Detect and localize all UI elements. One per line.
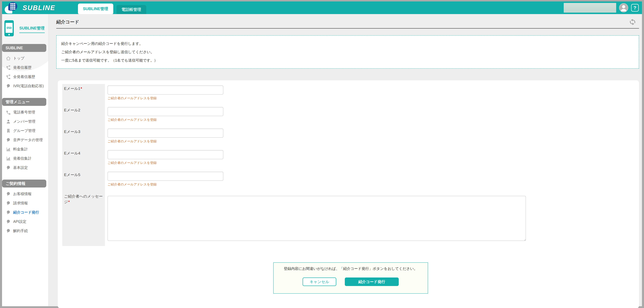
speech-bubble-icon xyxy=(6,219,11,224)
app: SUBLINE SUBLINE管理 電話帳管理 ? xyxy=(2,2,642,306)
sidebar-item-ryokin-shukei[interactable]: 料金集計 xyxy=(2,145,48,154)
speech-bubble-keypad-icon xyxy=(8,2,17,11)
email-row-2: Eメール2 ご紹介者のメールアドレスを登録 xyxy=(62,106,639,127)
sidebar-item-top[interactable]: トップ xyxy=(2,54,48,63)
page-title: 紹介コード xyxy=(56,19,79,25)
sidebar-item-shokai-code-hakko[interactable]: 紹介コード発行 xyxy=(2,208,48,217)
person-icon xyxy=(620,4,628,12)
sidebar-app-header: 050 SUBLINE管理 xyxy=(2,14,48,44)
bar-chart-icon xyxy=(6,156,11,161)
tab-denwacho-kanri[interactable]: 電話帳管理 xyxy=(116,5,146,14)
phone-history-icon xyxy=(6,74,11,79)
sidebar-item-all-call-history[interactable]: 全発着信履歴 xyxy=(2,72,48,81)
top-header-bar: SUBLINE SUBLINE管理 電話帳管理 ? xyxy=(2,2,642,14)
header-right-area: ? xyxy=(564,3,639,13)
email-row-4: Eメール4 ご紹介者のメールアドレスを登録 xyxy=(62,149,639,170)
sidebar-item-hatchakushin-shukei[interactable]: 発着信集計 xyxy=(2,154,48,163)
form-panel: Eメール1* ご紹介者のメールアドレスを登録 Eメール2 xyxy=(58,80,639,308)
field-hint: ご紹介者のメールアドレスを登録 xyxy=(108,96,223,100)
sidebar-item-member-kanri[interactable]: メンバー管理 xyxy=(2,117,48,126)
issue-referral-code-button[interactable]: 紹介コード発行 xyxy=(345,277,399,286)
sidebar-item-call-history[interactable]: 発着信履歴 xyxy=(2,63,48,72)
speech-bubble-icon xyxy=(6,210,11,215)
info-line: ご紹介者のメールアドレスを登録し送信してください。 xyxy=(61,48,634,56)
field-hint: ご紹介者のメールアドレスを登録 xyxy=(108,161,223,165)
field-label: Eメール2 xyxy=(62,106,105,127)
main-content: 紹介コード 紹介キャンペーン用の紹介コードを発行します。 ご紹介者のメールアドレ… xyxy=(49,14,642,306)
phone-050-label: 050 xyxy=(6,23,12,33)
bar-chart-icon xyxy=(6,147,11,152)
required-mark: * xyxy=(80,86,82,91)
field-label: Eメール4 xyxy=(62,149,105,170)
email-input-1[interactable] xyxy=(108,86,223,95)
sidebar-item-phone-number-kanri[interactable]: 電話番号管理 xyxy=(2,108,48,117)
phone-050-icon: 050 xyxy=(4,20,14,36)
required-mark: * xyxy=(68,200,70,204)
email-row-5: Eメール5 ご紹介者のメールアドレスを登録 xyxy=(62,170,639,192)
logo-text: SUBLINE xyxy=(22,4,55,12)
info-line: 紹介キャンペーン用の紹介コードを発行します。 xyxy=(61,40,634,48)
sidebar-item-ivr[interactable]: IVR(電話自動応答) xyxy=(2,81,48,91)
window-frame: SUBLINE SUBLINE管理 電話帳管理 ? xyxy=(0,0,644,308)
info-box: 紹介キャンペーン用の紹介コードを発行します。 ご紹介者のメールアドレスを登録し送… xyxy=(56,35,639,69)
email-input-3[interactable] xyxy=(108,129,223,138)
speech-bubble-icon xyxy=(6,165,11,170)
speech-bubble-icon xyxy=(6,84,11,89)
field-label: Eメール5 xyxy=(62,170,105,192)
email-input-2[interactable] xyxy=(108,107,223,116)
person-icon xyxy=(6,119,11,124)
field-hint: ご紹介者のメールアドレスを登録 xyxy=(108,182,223,187)
subline-logo-icon xyxy=(5,2,19,14)
title-divider xyxy=(56,28,639,29)
sidebar-item-voice-data-kanri[interactable]: 音声データの管理 xyxy=(2,135,48,145)
field-label: Eメール3 xyxy=(62,127,105,149)
refresh-icon[interactable] xyxy=(629,18,636,26)
confirm-box: 登録内容にお間違いがなければ、「紹介コード発行」ボタンをおしてください。 キャン… xyxy=(273,262,428,294)
email-row-3: Eメール3 ご紹介者のメールアドレスを登録 xyxy=(62,127,639,149)
help-icon: ? xyxy=(634,5,636,11)
email-input-5[interactable] xyxy=(108,172,223,181)
sidebar-item-seikyu-joho[interactable]: 請求情報 xyxy=(2,198,48,208)
sidebar-item-api-settei[interactable]: API設定 xyxy=(2,217,48,226)
email-row-1: Eメール1* ご紹介者のメールアドレスを登録 xyxy=(62,84,639,106)
field-hint: ご紹介者のメールアドレスを登録 xyxy=(108,139,223,144)
phone-history-icon xyxy=(6,65,11,70)
sidebar-menu-keiyaku: お客様情報 請求情報 紹介コード発行 xyxy=(2,187,48,235)
app-body: 050 SUBLINE管理 SUBLINE トップ xyxy=(2,14,642,306)
confirm-text: 登録内容にお間違いがなければ、「紹介コード発行」ボタンをおしてください。 xyxy=(274,266,428,271)
message-textarea[interactable] xyxy=(108,196,526,241)
page-title-row: 紹介コード xyxy=(56,18,639,26)
field-hint: ご紹介者のメールアドレスを登録 xyxy=(108,118,223,122)
message-row: ご紹介者へのメッセージ* xyxy=(62,192,639,246)
phone-home-dot xyxy=(8,34,10,35)
confirm-buttons: キャンセル 紹介コード発行 xyxy=(274,277,428,286)
sidebar-item-kihon-settei[interactable]: 基本設定 xyxy=(2,163,48,172)
sidebar-section-kanri-menu: 管理メニュー xyxy=(2,98,46,106)
sidebar-menu-kanri: 電話番号管理 メンバー管理 xyxy=(2,106,48,172)
sidebar-app-title-link[interactable]: SUBLINE管理 xyxy=(19,26,45,33)
info-line: 一度に5名まで送信可能です。（1名でも送信可能です。） xyxy=(61,56,634,65)
home-icon xyxy=(6,56,11,61)
header-tabs: SUBLINE管理 電話帳管理 xyxy=(78,2,146,14)
sidebar-section-keiyaku-joho: ご契約情報 xyxy=(2,180,46,187)
subline-logo: SUBLINE xyxy=(5,2,78,14)
sidebar-item-okyakusama-joho[interactable]: お客様情報 xyxy=(2,189,48,198)
help-button[interactable]: ? xyxy=(631,4,639,12)
sidebar-section-subline: SUBLINE xyxy=(2,44,46,52)
speech-bubble-icon xyxy=(6,138,11,143)
account-name-box xyxy=(564,3,616,13)
building-icon xyxy=(6,128,11,133)
field-label: ご紹介者へのメッセージ* xyxy=(62,192,105,246)
speech-bubble-icon xyxy=(6,228,11,233)
tab-subline-kanri[interactable]: SUBLINE管理 xyxy=(78,4,113,14)
sidebar: 050 SUBLINE管理 SUBLINE トップ xyxy=(2,14,49,306)
speech-bubble-icon xyxy=(6,201,11,206)
user-avatar[interactable] xyxy=(619,3,628,12)
phone-icon xyxy=(6,110,11,115)
sidebar-item-group-kanri[interactable]: グループ管理 xyxy=(2,126,48,135)
cancel-button[interactable]: キャンセル xyxy=(302,277,336,286)
email-input-4[interactable] xyxy=(108,150,223,159)
field-label: Eメール1* xyxy=(62,84,105,106)
sidebar-item-kaiyaku-tetsuzuki[interactable]: 解約手続 xyxy=(2,226,48,235)
sidebar-menu-subline: トップ 発着信履歴 全発着信履歴 xyxy=(2,52,48,91)
